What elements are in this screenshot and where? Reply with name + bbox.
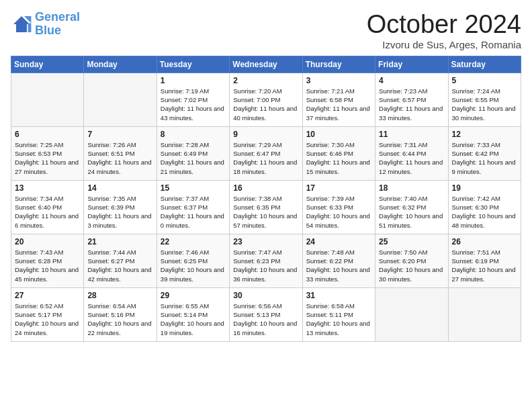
day-info: Sunrise: 6:52 AMSunset: 5:17 PMDaylight:… xyxy=(15,302,80,337)
day-cell: 21Sunrise: 7:44 AMSunset: 6:27 PMDayligh… xyxy=(84,234,157,287)
calendar-table: SundayMondayTuesdayWednesdayThursdayFrid… xyxy=(11,56,521,342)
week-row-3: 20Sunrise: 7:43 AMSunset: 6:28 PMDayligh… xyxy=(11,234,521,287)
day-cell: 28Sunrise: 6:54 AMSunset: 5:16 PMDayligh… xyxy=(84,287,157,341)
day-info: Sunrise: 7:31 AMSunset: 6:44 PMDaylight:… xyxy=(379,140,444,176)
day-number: 28 xyxy=(87,291,152,300)
day-info: Sunrise: 7:21 AMSunset: 6:58 PMDaylight:… xyxy=(306,87,371,122)
day-cell: 13Sunrise: 7:34 AMSunset: 6:40 PMDayligh… xyxy=(11,180,84,234)
day-cell: 18Sunrise: 7:40 AMSunset: 6:32 PMDayligh… xyxy=(375,180,448,234)
day-info: Sunrise: 7:19 AMSunset: 7:02 PMDaylight:… xyxy=(161,87,226,122)
day-info: Sunrise: 6:56 AMSunset: 5:13 PMDaylight:… xyxy=(233,302,298,337)
day-number: 17 xyxy=(306,183,371,193)
header-cell-tuesday: Tuesday xyxy=(157,56,229,73)
day-info: Sunrise: 6:54 AMSunset: 5:16 PMDaylight:… xyxy=(87,302,152,337)
day-number: 11 xyxy=(379,130,444,139)
day-cell: 22Sunrise: 7:46 AMSunset: 6:25 PMDayligh… xyxy=(157,234,229,287)
day-number: 19 xyxy=(452,183,517,193)
logo-blue: Blue xyxy=(35,24,80,38)
day-info: Sunrise: 7:23 AMSunset: 6:57 PMDaylight:… xyxy=(379,87,444,122)
day-number: 7 xyxy=(87,130,152,139)
day-info: Sunrise: 7:24 AMSunset: 6:55 PMDaylight:… xyxy=(452,87,517,122)
day-number: 22 xyxy=(161,237,226,246)
day-cell: 30Sunrise: 6:56 AMSunset: 5:13 PMDayligh… xyxy=(230,287,302,341)
header-cell-saturday: Saturday xyxy=(448,56,521,73)
header-cell-monday: Monday xyxy=(84,56,157,73)
day-cell: 25Sunrise: 7:50 AMSunset: 6:20 PMDayligh… xyxy=(375,234,448,287)
header-cell-friday: Friday xyxy=(375,56,448,73)
day-number: 6 xyxy=(15,130,80,139)
day-cell: 16Sunrise: 7:38 AMSunset: 6:35 PMDayligh… xyxy=(230,180,302,234)
day-cell: 8Sunrise: 7:28 AMSunset: 6:49 PMDaylight… xyxy=(157,126,229,180)
week-row-2: 13Sunrise: 7:34 AMSunset: 6:40 PMDayligh… xyxy=(11,180,521,234)
day-info: Sunrise: 7:42 AMSunset: 6:30 PMDaylight:… xyxy=(452,194,517,230)
header-row: SundayMondayTuesdayWednesdayThursdayFrid… xyxy=(11,56,521,73)
title-area: October 2024 Izvoru de Sus, Arges, Roman… xyxy=(367,11,521,50)
day-cell: 20Sunrise: 7:43 AMSunset: 6:28 PMDayligh… xyxy=(11,234,84,287)
day-info: Sunrise: 7:38 AMSunset: 6:35 PMDaylight:… xyxy=(233,194,298,230)
day-number: 23 xyxy=(233,237,298,246)
day-cell: 4Sunrise: 7:23 AMSunset: 6:57 PMDaylight… xyxy=(375,73,448,126)
logo-icon xyxy=(11,13,32,35)
day-number: 3 xyxy=(306,76,371,85)
day-cell: 29Sunrise: 6:55 AMSunset: 5:14 PMDayligh… xyxy=(157,287,229,341)
day-number: 15 xyxy=(161,183,226,193)
day-cell: 6Sunrise: 7:25 AMSunset: 6:53 PMDaylight… xyxy=(11,126,84,180)
day-number: 12 xyxy=(452,130,517,139)
month-title: October 2024 xyxy=(367,11,521,39)
day-cell: 24Sunrise: 7:48 AMSunset: 6:22 PMDayligh… xyxy=(302,234,375,287)
location-subtitle: Izvoru de Sus, Arges, Romania xyxy=(367,39,521,50)
day-info: Sunrise: 6:55 AMSunset: 5:14 PMDaylight:… xyxy=(161,302,226,337)
day-cell: 14Sunrise: 7:35 AMSunset: 6:39 PMDayligh… xyxy=(84,180,157,234)
day-number: 25 xyxy=(379,237,444,246)
day-info: Sunrise: 7:34 AMSunset: 6:40 PMDaylight:… xyxy=(15,194,80,230)
week-row-4: 27Sunrise: 6:52 AMSunset: 5:17 PMDayligh… xyxy=(11,287,521,341)
day-cell: 15Sunrise: 7:37 AMSunset: 6:37 PMDayligh… xyxy=(157,180,229,234)
day-number: 26 xyxy=(452,237,517,246)
day-number: 24 xyxy=(306,237,371,246)
day-cell: 10Sunrise: 7:30 AMSunset: 6:46 PMDayligh… xyxy=(302,126,375,180)
day-number: 13 xyxy=(15,183,80,193)
day-number: 4 xyxy=(379,76,444,85)
day-cell: 19Sunrise: 7:42 AMSunset: 6:30 PMDayligh… xyxy=(448,180,521,234)
week-row-1: 6Sunrise: 7:25 AMSunset: 6:53 PMDaylight… xyxy=(11,126,521,180)
day-number: 10 xyxy=(306,130,371,139)
day-cell xyxy=(375,287,448,341)
day-number: 31 xyxy=(306,291,371,300)
week-row-0: 1Sunrise: 7:19 AMSunset: 7:02 PMDaylight… xyxy=(11,73,521,126)
day-info: Sunrise: 7:28 AMSunset: 6:49 PMDaylight:… xyxy=(161,140,226,176)
day-info: Sunrise: 7:47 AMSunset: 6:23 PMDaylight:… xyxy=(233,248,298,283)
day-number: 21 xyxy=(87,237,152,246)
day-info: Sunrise: 7:33 AMSunset: 6:42 PMDaylight:… xyxy=(452,140,517,176)
day-cell xyxy=(84,73,157,126)
day-info: Sunrise: 7:48 AMSunset: 6:22 PMDaylight:… xyxy=(306,248,371,283)
day-number: 16 xyxy=(233,183,298,193)
day-info: Sunrise: 7:35 AMSunset: 6:39 PMDaylight:… xyxy=(87,194,152,230)
day-number: 20 xyxy=(15,237,80,246)
day-number: 8 xyxy=(161,130,226,139)
day-cell: 9Sunrise: 7:29 AMSunset: 6:47 PMDaylight… xyxy=(230,126,302,180)
day-info: Sunrise: 7:44 AMSunset: 6:27 PMDaylight:… xyxy=(87,248,152,283)
day-number: 2 xyxy=(233,76,298,85)
page-header: General Blue October 2024 Izvoru de Sus,… xyxy=(11,11,521,50)
day-info: Sunrise: 7:25 AMSunset: 6:53 PMDaylight:… xyxy=(15,140,80,176)
day-cell xyxy=(448,287,521,341)
header-cell-thursday: Thursday xyxy=(302,56,375,73)
day-info: Sunrise: 7:26 AMSunset: 6:51 PMDaylight:… xyxy=(87,140,152,176)
day-cell: 2Sunrise: 7:20 AMSunset: 7:00 PMDaylight… xyxy=(230,73,302,126)
day-info: Sunrise: 7:51 AMSunset: 6:19 PMDaylight:… xyxy=(452,248,517,283)
day-cell: 11Sunrise: 7:31 AMSunset: 6:44 PMDayligh… xyxy=(375,126,448,180)
day-cell: 26Sunrise: 7:51 AMSunset: 6:19 PMDayligh… xyxy=(448,234,521,287)
logo: General Blue xyxy=(11,11,80,38)
day-cell: 5Sunrise: 7:24 AMSunset: 6:55 PMDaylight… xyxy=(448,73,521,126)
day-cell: 7Sunrise: 7:26 AMSunset: 6:51 PMDaylight… xyxy=(84,126,157,180)
day-info: Sunrise: 7:50 AMSunset: 6:20 PMDaylight:… xyxy=(379,248,444,283)
day-info: Sunrise: 7:20 AMSunset: 7:00 PMDaylight:… xyxy=(233,87,298,122)
day-number: 30 xyxy=(233,291,298,300)
day-info: Sunrise: 7:37 AMSunset: 6:37 PMDaylight:… xyxy=(161,194,226,230)
day-number: 14 xyxy=(87,183,152,193)
day-info: Sunrise: 7:39 AMSunset: 6:33 PMDaylight:… xyxy=(306,194,371,230)
day-info: Sunrise: 7:40 AMSunset: 6:32 PMDaylight:… xyxy=(379,194,444,230)
day-cell: 23Sunrise: 7:47 AMSunset: 6:23 PMDayligh… xyxy=(230,234,302,287)
day-info: Sunrise: 7:46 AMSunset: 6:25 PMDaylight:… xyxy=(161,248,226,283)
logo-text: General Blue xyxy=(35,11,80,38)
